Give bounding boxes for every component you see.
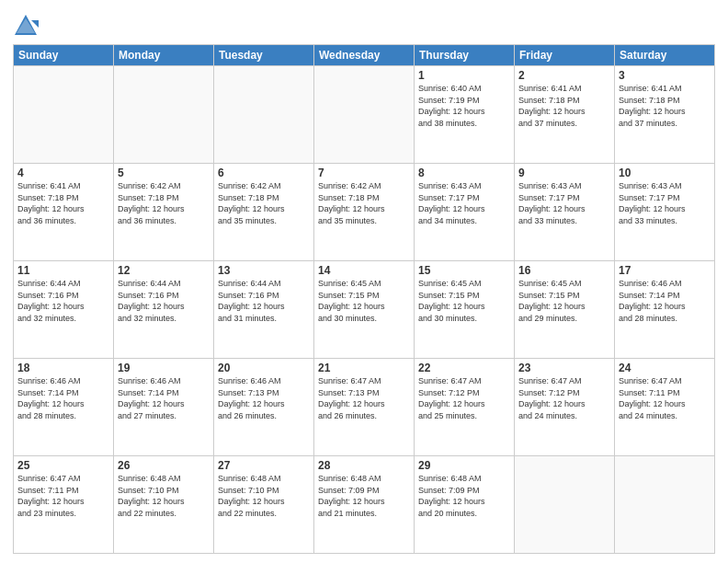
day-info: Sunrise: 6:45 AM Sunset: 7:15 PM Dayligh… [418,278,510,324]
calendar-cell-0-1 [114,66,214,164]
day-number: 20 [218,362,310,374]
calendar-cell-0-6: 3Sunrise: 6:41 AM Sunset: 7:18 PM Daylig… [615,66,715,164]
day-number: 18 [17,362,109,374]
day-info: Sunrise: 6:48 AM Sunset: 7:10 PM Dayligh… [118,473,210,519]
calendar-header-saturday: Saturday [615,45,715,66]
day-info: Sunrise: 6:46 AM Sunset: 7:14 PM Dayligh… [17,375,109,421]
day-number: 17 [619,264,711,277]
day-info: Sunrise: 6:41 AM Sunset: 7:18 PM Dayligh… [17,180,109,226]
calendar-cell-1-5: 9Sunrise: 6:43 AM Sunset: 7:17 PM Daylig… [515,164,615,261]
calendar-cell-3-5: 23Sunrise: 6:47 AM Sunset: 7:12 PM Dayli… [515,359,615,456]
day-number: 29 [418,459,510,472]
day-number: 21 [318,362,410,374]
calendar-cell-0-2 [214,66,314,164]
day-number: 22 [418,362,510,374]
day-info: Sunrise: 6:43 AM Sunset: 7:17 PM Dayligh… [518,180,610,226]
calendar-cell-0-0 [14,66,114,164]
day-number: 4 [17,167,109,179]
day-info: Sunrise: 6:40 AM Sunset: 7:19 PM Dayligh… [418,83,510,129]
calendar-week-row-3: 18Sunrise: 6:46 AM Sunset: 7:14 PM Dayli… [14,359,715,456]
calendar-week-row-0: 1Sunrise: 6:40 AM Sunset: 7:19 PM Daylig… [14,66,715,164]
calendar-cell-4-5 [515,456,615,554]
day-number: 12 [118,264,210,277]
calendar-cell-2-4: 15Sunrise: 6:45 AM Sunset: 7:15 PM Dayli… [415,261,515,359]
calendar-cell-2-2: 13Sunrise: 6:44 AM Sunset: 7:16 PM Dayli… [214,261,314,359]
day-number: 27 [218,459,310,472]
day-info: Sunrise: 6:42 AM Sunset: 7:18 PM Dayligh… [318,180,410,226]
day-number: 15 [418,264,510,277]
day-info: Sunrise: 6:44 AM Sunset: 7:16 PM Dayligh… [218,278,310,324]
logo-icon [13,13,39,39]
day-info: Sunrise: 6:43 AM Sunset: 7:17 PM Dayligh… [619,180,711,226]
day-info: Sunrise: 6:46 AM Sunset: 7:14 PM Dayligh… [118,375,210,421]
calendar-cell-3-1: 19Sunrise: 6:46 AM Sunset: 7:14 PM Dayli… [114,359,214,456]
day-number: 8 [418,167,510,179]
calendar-cell-0-4: 1Sunrise: 6:40 AM Sunset: 7:19 PM Daylig… [415,66,515,164]
day-info: Sunrise: 6:42 AM Sunset: 7:18 PM Dayligh… [118,180,210,226]
calendar-header-sunday: Sunday [14,45,114,66]
calendar-cell-4-0: 25Sunrise: 6:47 AM Sunset: 7:11 PM Dayli… [14,456,114,554]
calendar-cell-3-2: 20Sunrise: 6:46 AM Sunset: 7:13 PM Dayli… [214,359,314,456]
calendar-week-row-1: 4Sunrise: 6:41 AM Sunset: 7:18 PM Daylig… [14,164,715,261]
calendar-cell-3-6: 24Sunrise: 6:47 AM Sunset: 7:11 PM Dayli… [615,359,715,456]
calendar-cell-1-3: 7Sunrise: 6:42 AM Sunset: 7:18 PM Daylig… [314,164,415,261]
day-info: Sunrise: 6:46 AM Sunset: 7:14 PM Dayligh… [619,278,711,324]
day-info: Sunrise: 6:47 AM Sunset: 7:12 PM Dayligh… [418,375,510,421]
day-number: 16 [518,264,610,277]
calendar-week-row-4: 25Sunrise: 6:47 AM Sunset: 7:11 PM Dayli… [14,456,715,554]
day-info: Sunrise: 6:44 AM Sunset: 7:16 PM Dayligh… [118,278,210,324]
day-info: Sunrise: 6:41 AM Sunset: 7:18 PM Dayligh… [518,83,610,129]
day-number: 25 [17,459,109,472]
day-number: 7 [318,167,410,179]
day-number: 24 [619,362,711,374]
calendar-cell-2-0: 11Sunrise: 6:44 AM Sunset: 7:16 PM Dayli… [14,261,114,359]
calendar-cell-4-2: 27Sunrise: 6:48 AM Sunset: 7:10 PM Dayli… [214,456,314,554]
day-info: Sunrise: 6:47 AM Sunset: 7:13 PM Dayligh… [318,375,410,421]
calendar-header-tuesday: Tuesday [214,45,314,66]
day-number: 23 [518,362,610,374]
calendar-week-row-2: 11Sunrise: 6:44 AM Sunset: 7:16 PM Dayli… [14,261,715,359]
calendar-cell-4-4: 29Sunrise: 6:48 AM Sunset: 7:09 PM Dayli… [415,456,515,554]
day-info: Sunrise: 6:48 AM Sunset: 7:09 PM Dayligh… [418,473,510,519]
calendar-cell-1-4: 8Sunrise: 6:43 AM Sunset: 7:17 PM Daylig… [415,164,515,261]
calendar-cell-1-2: 6Sunrise: 6:42 AM Sunset: 7:18 PM Daylig… [214,164,314,261]
day-number: 9 [518,167,610,179]
calendar-table: SundayMondayTuesdayWednesdayThursdayFrid… [13,44,715,554]
day-number: 19 [118,362,210,374]
calendar-header-friday: Friday [515,45,615,66]
day-info: Sunrise: 6:45 AM Sunset: 7:15 PM Dayligh… [518,278,610,324]
day-number: 11 [17,264,109,277]
day-info: Sunrise: 6:47 AM Sunset: 7:12 PM Dayligh… [518,375,610,421]
day-number: 13 [218,264,310,277]
day-info: Sunrise: 6:46 AM Sunset: 7:13 PM Dayligh… [218,375,310,421]
logo [13,13,40,39]
day-info: Sunrise: 6:47 AM Sunset: 7:11 PM Dayligh… [17,473,109,519]
day-number: 3 [619,69,711,82]
day-info: Sunrise: 6:44 AM Sunset: 7:16 PM Dayligh… [17,278,109,324]
day-number: 26 [118,459,210,472]
day-number: 1 [418,69,510,82]
day-number: 6 [218,167,310,179]
calendar-cell-3-3: 21Sunrise: 6:47 AM Sunset: 7:13 PM Dayli… [314,359,415,456]
calendar-cell-1-1: 5Sunrise: 6:42 AM Sunset: 7:18 PM Daylig… [114,164,214,261]
svg-marker-2 [31,20,39,28]
day-number: 5 [118,167,210,179]
calendar-cell-4-1: 26Sunrise: 6:48 AM Sunset: 7:10 PM Dayli… [114,456,214,554]
header [13,9,715,39]
calendar-cell-2-1: 12Sunrise: 6:44 AM Sunset: 7:16 PM Dayli… [114,261,214,359]
day-number: 10 [619,167,711,179]
calendar-cell-0-3 [314,66,415,164]
day-info: Sunrise: 6:45 AM Sunset: 7:15 PM Dayligh… [318,278,410,324]
day-info: Sunrise: 6:41 AM Sunset: 7:18 PM Dayligh… [619,83,711,129]
page: SundayMondayTuesdayWednesdayThursdayFrid… [0,0,728,563]
calendar-cell-2-6: 17Sunrise: 6:46 AM Sunset: 7:14 PM Dayli… [615,261,715,359]
day-number: 2 [518,69,610,82]
day-info: Sunrise: 6:47 AM Sunset: 7:11 PM Dayligh… [619,375,711,421]
calendar-cell-1-6: 10Sunrise: 6:43 AM Sunset: 7:17 PM Dayli… [615,164,715,261]
calendar-cell-4-6 [615,456,715,554]
day-info: Sunrise: 6:43 AM Sunset: 7:17 PM Dayligh… [418,180,510,226]
day-info: Sunrise: 6:48 AM Sunset: 7:09 PM Dayligh… [318,473,410,519]
calendar-header-wednesday: Wednesday [314,45,415,66]
calendar-header-thursday: Thursday [415,45,515,66]
calendar-cell-2-5: 16Sunrise: 6:45 AM Sunset: 7:15 PM Dayli… [515,261,615,359]
